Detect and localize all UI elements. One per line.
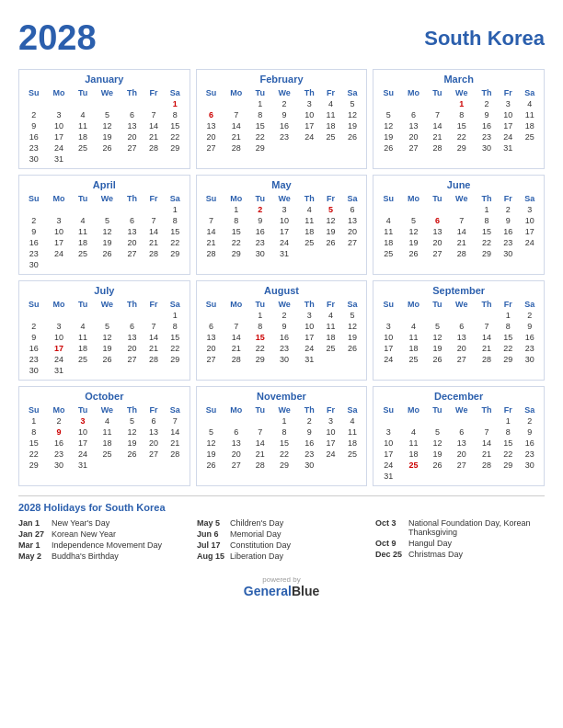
day-cell: 12 bbox=[400, 226, 427, 237]
day-cell bbox=[200, 98, 224, 109]
day-header: Mo bbox=[223, 193, 249, 204]
day-cell: 15 bbox=[448, 120, 476, 131]
day-cell: 15 bbox=[270, 438, 298, 449]
day-cell: 21 bbox=[144, 131, 164, 142]
day-cell: 28 bbox=[164, 449, 187, 460]
day-cell: 6 bbox=[121, 215, 143, 226]
day-cell: 23 bbox=[270, 343, 298, 354]
day-cell bbox=[94, 460, 121, 471]
day-cell: 28 bbox=[249, 460, 270, 471]
day-cell bbox=[476, 471, 499, 482]
day-cell bbox=[144, 154, 164, 165]
day-header: Su bbox=[376, 193, 400, 204]
day-cell: 18 bbox=[320, 332, 340, 343]
day-cell: 9 bbox=[22, 120, 46, 131]
footer: powered by GeneralBlue bbox=[18, 575, 545, 598]
day-cell: 14 bbox=[200, 226, 224, 237]
month-block-july: JulySuMoTuWeThFrSa1234567891011121314151… bbox=[18, 280, 190, 381]
day-cell: 24 bbox=[518, 237, 541, 248]
day-cell: 22 bbox=[498, 343, 518, 354]
day-cell: 17 bbox=[298, 332, 321, 343]
day-header: Tu bbox=[249, 87, 270, 98]
month-table: SuMoTuWeThFrSa12345678910111213141516171… bbox=[200, 87, 364, 154]
day-header: We bbox=[94, 87, 121, 98]
day-cell: 7 bbox=[223, 109, 249, 120]
day-cell: 4 bbox=[298, 204, 321, 215]
day-cell: 2 bbox=[270, 310, 298, 321]
day-header: Th bbox=[298, 87, 321, 98]
day-cell bbox=[22, 98, 46, 109]
day-cell bbox=[298, 142, 321, 154]
day-cell: 10 bbox=[518, 215, 541, 226]
day-cell: 31 bbox=[376, 471, 400, 482]
day-cell: 15 bbox=[476, 226, 499, 237]
day-cell: 20 bbox=[121, 343, 143, 354]
day-cell: 20 bbox=[448, 343, 476, 354]
day-cell: 27 bbox=[200, 354, 224, 365]
day-cell: 21 bbox=[223, 343, 249, 354]
day-cell: 13 bbox=[121, 120, 143, 131]
month-title: August bbox=[200, 285, 364, 296]
day-cell: 26 bbox=[320, 237, 340, 248]
day-header: Sa bbox=[164, 299, 187, 310]
day-cell: 29 bbox=[223, 248, 249, 259]
day-cell: 27 bbox=[448, 354, 476, 365]
day-cell: 25 bbox=[73, 354, 94, 365]
day-cell: 26 bbox=[200, 460, 224, 471]
day-cell: 3 bbox=[270, 204, 298, 215]
day-cell bbox=[376, 310, 400, 321]
day-cell bbox=[448, 471, 476, 482]
day-cell: 26 bbox=[341, 131, 364, 142]
day-cell: 7 bbox=[476, 427, 499, 438]
day-cell bbox=[144, 204, 164, 215]
day-cell: 1 bbox=[164, 98, 187, 109]
day-cell: 25 bbox=[320, 131, 340, 142]
holiday-date: Jan 1 bbox=[18, 518, 46, 528]
holiday-name: Buddha's Birthday bbox=[52, 552, 119, 561]
day-cell: 13 bbox=[223, 438, 249, 449]
day-cell: 27 bbox=[121, 142, 143, 154]
day-cell bbox=[121, 365, 143, 376]
day-cell: 17 bbox=[73, 438, 94, 449]
day-cell bbox=[341, 460, 364, 471]
day-cell: 4 bbox=[94, 415, 121, 427]
day-cell: 23 bbox=[498, 237, 518, 248]
holiday-name: Liberation Day bbox=[230, 552, 283, 561]
day-cell: 12 bbox=[341, 321, 364, 332]
day-cell: 11 bbox=[376, 226, 400, 237]
day-cell: 23 bbox=[22, 354, 46, 365]
day-cell: 28 bbox=[427, 142, 448, 154]
day-cell: 2 bbox=[270, 98, 298, 109]
holiday-item: Jun 6Memorial Day bbox=[197, 529, 366, 539]
day-cell: 26 bbox=[376, 142, 400, 154]
month-table: SuMoTuWeThFrSa12345678910111213141516171… bbox=[200, 404, 364, 471]
day-cell: 24 bbox=[376, 460, 400, 471]
day-header: Sa bbox=[341, 404, 364, 415]
day-cell: 21 bbox=[144, 237, 164, 248]
day-cell: 25 bbox=[73, 142, 94, 154]
day-cell: 28 bbox=[476, 354, 499, 365]
day-header: Tu bbox=[427, 193, 448, 204]
day-cell bbox=[144, 310, 164, 321]
day-cell: 22 bbox=[164, 237, 187, 248]
day-header: Su bbox=[22, 87, 46, 98]
day-cell: 7 bbox=[200, 215, 224, 226]
day-cell: 1 bbox=[223, 204, 249, 215]
day-cell: 6 bbox=[448, 321, 476, 332]
day-cell: 11 bbox=[320, 321, 340, 332]
day-cell: 20 bbox=[341, 226, 364, 237]
day-header: Sa bbox=[518, 299, 541, 310]
day-cell bbox=[448, 310, 476, 321]
holiday-item: Dec 25Christmas Day bbox=[375, 550, 545, 559]
day-cell: 23 bbox=[22, 142, 46, 154]
day-cell: 20 bbox=[427, 237, 448, 248]
day-cell bbox=[376, 204, 400, 215]
day-cell bbox=[22, 310, 46, 321]
day-cell: 15 bbox=[223, 226, 249, 237]
day-cell bbox=[320, 142, 340, 154]
day-cell bbox=[144, 98, 164, 109]
day-cell: 22 bbox=[476, 237, 499, 248]
day-header: Th bbox=[121, 299, 143, 310]
day-cell: 14 bbox=[144, 120, 164, 131]
day-cell: 31 bbox=[298, 354, 321, 365]
